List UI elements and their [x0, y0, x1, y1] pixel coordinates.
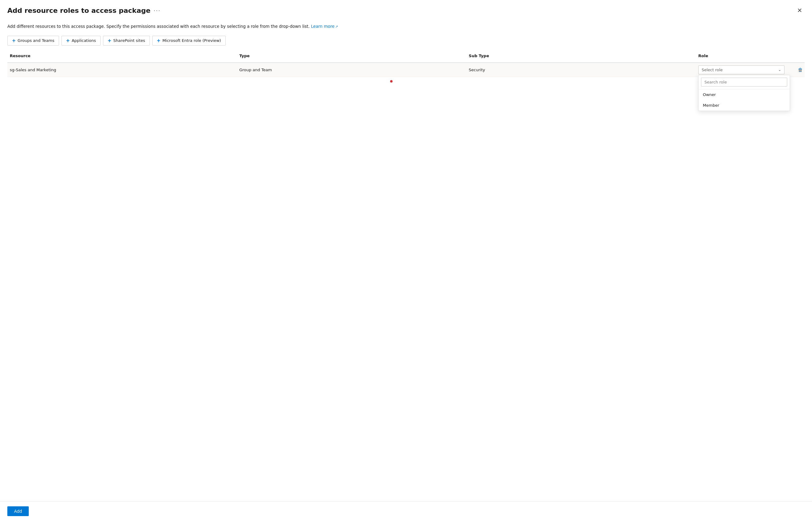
learn-more-link[interactable]: Learn more↗ — [311, 24, 338, 29]
search-role-input[interactable] — [701, 78, 787, 87]
cell-role: Select role ⌄ Owner Member — [696, 63, 794, 77]
close-button[interactable]: ✕ — [794, 6, 805, 15]
cell-subtype: Security — [466, 65, 696, 75]
description-text: Add different resources to this access p… — [7, 23, 805, 30]
role-option-member[interactable]: Member — [699, 100, 790, 111]
header-actions — [794, 52, 805, 60]
table-row: sg-Sales and Marketing Group and Team Se… — [7, 63, 805, 77]
dot-indicator — [390, 80, 393, 83]
add-resource-roles-dialog: Add resource roles to access package ···… — [0, 0, 812, 521]
external-link-icon: ↗ — [335, 25, 338, 29]
dialog-title-row: Add resource roles to access package ··· — [7, 7, 161, 14]
plus-icon-groups: + — [12, 38, 16, 43]
delete-row-button[interactable]: 🗑 — [796, 66, 805, 74]
role-select-wrapper: Select role ⌄ Owner Member — [698, 65, 791, 74]
cell-type: Group and Team — [237, 65, 466, 75]
plus-icon-entra: + — [157, 38, 161, 43]
sharepoint-sites-button[interactable]: + SharePoint sites — [103, 36, 150, 46]
dropdown-search-wrapper — [699, 75, 790, 89]
dialog-header: Add resource roles to access package ···… — [0, 0, 812, 18]
groups-and-teams-button[interactable]: + Groups and Teams — [7, 36, 59, 46]
dialog-footer: Add — [0, 501, 812, 521]
role-dropdown-menu: Owner Member — [698, 75, 790, 111]
dialog-title: Add resource roles to access package — [7, 7, 150, 14]
table-header: Resource Type Sub Type Role — [7, 52, 805, 63]
role-option-owner[interactable]: Owner — [699, 89, 790, 100]
more-options-icon[interactable]: ··· — [154, 7, 161, 14]
add-button[interactable]: Add — [7, 506, 29, 516]
cell-resource: sg-Sales and Marketing — [7, 65, 237, 75]
chevron-down-icon: ⌄ — [779, 68, 781, 72]
cell-delete: 🗑 — [794, 63, 805, 76]
role-select-label: Select role — [702, 68, 723, 72]
plus-icon-sharepoint: + — [108, 38, 112, 43]
applications-button[interactable]: + Applications — [62, 36, 100, 46]
header-resource: Resource — [7, 52, 237, 60]
microsoft-entra-role-button[interactable]: + Microsoft Entra role (Preview) — [152, 36, 226, 46]
header-subtype: Sub Type — [466, 52, 696, 60]
plus-icon-applications: + — [66, 38, 70, 43]
header-type: Type — [237, 52, 466, 60]
trash-icon: 🗑 — [798, 67, 803, 73]
role-select-button[interactable]: Select role ⌄ — [698, 65, 785, 74]
header-role: Role — [696, 52, 794, 60]
resource-table: Resource Type Sub Type Role sg-Sales and… — [7, 52, 805, 77]
dialog-body: Add different resources to this access p… — [0, 18, 812, 501]
toolbar: + Groups and Teams + Applications + Shar… — [7, 36, 805, 46]
